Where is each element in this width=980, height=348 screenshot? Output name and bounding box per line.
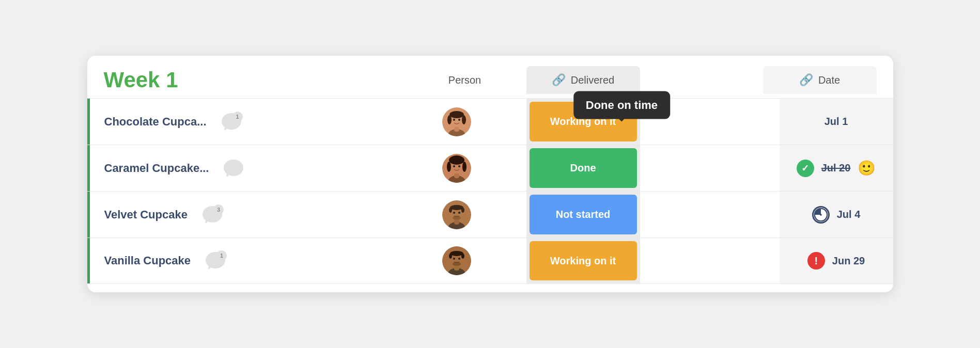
date-text: Jul 4 [837,209,861,220]
svg-point-32 [820,214,822,216]
svg-point-29 [458,212,460,214]
svg-point-17 [462,162,466,172]
date-cell: ! Jun 29 [780,238,893,283]
svg-point-25 [450,205,463,210]
row-name-cell: Chocolate Cupca... 1 [87,99,387,145]
error-icon: ! [807,252,825,270]
col-person-header: Person [403,74,526,86]
chat-bubble[interactable] [222,157,245,180]
svg-rect-13 [454,173,459,178]
status-cell: Done [526,145,640,191]
row-name-cell: Velvet Cupcake 3 [87,192,387,238]
date-cell: ✓ Jul 20 🙂 [780,145,893,191]
table-row: Vanilla Cupcake 1 [87,238,893,284]
avatar [442,200,471,229]
header-row: Week 1 Person 🔗 Delivered 🔗 Date [87,56,893,98]
svg-rect-3 [454,126,459,132]
col-date-label: Date [818,74,840,86]
tooltip-box: Done on time [573,91,670,119]
chat-bubble[interactable]: 3 [201,203,224,226]
svg-point-5 [449,111,464,118]
clock-icon [812,206,830,224]
svg-rect-23 [454,219,459,225]
status-cell: Working on it [526,238,640,283]
status-button[interactable]: Done [530,148,637,188]
col-delivered-label: Delivered [571,74,614,86]
svg-point-8 [453,119,455,121]
svg-point-28 [453,212,455,214]
avatar [442,246,471,275]
date-text: Jun 29 [832,255,865,267]
status-button[interactable]: Not started [530,195,637,234]
date-text: Jul 1 [825,116,848,128]
rows-container: Chocolate Cupca... 1 [87,98,893,292]
svg-point-7 [462,115,466,124]
status-button[interactable]: Working on it [530,241,637,280]
person-cell [387,145,526,191]
date-link-icon: 🔗 [799,73,813,87]
week-title: Week 1 [104,68,403,92]
svg-point-18 [453,165,455,167]
svg-point-40 [461,254,464,259]
svg-point-43 [453,262,461,266]
svg-point-6 [447,115,452,124]
chat-icon [222,157,245,180]
svg-point-27 [461,208,464,213]
svg-rect-36 [454,265,459,271]
svg-point-38 [450,251,463,256]
chat-bubble[interactable]: 1 [220,110,243,133]
tooltip-container: Done on time [573,91,670,119]
date-cell: Jul 1 [780,99,893,145]
col-date-header: 🔗 Date [763,66,877,94]
status-cell: Not started [526,192,640,238]
person-cell [387,238,526,283]
table-row: Chocolate Cupca... 1 [87,98,893,145]
svg-point-10 [224,160,243,176]
svg-point-9 [458,119,460,121]
date-cell: Jul 4 [780,192,893,238]
svg-point-41 [453,258,455,260]
svg-point-30 [453,216,461,220]
row-name-cell: Caramel Cupcake... [87,145,387,191]
col-person-label: Person [448,74,481,86]
person-cell [387,99,526,145]
row-name: Vanilla Cupcake [104,254,191,267]
row-name: Chocolate Cupca... [104,115,207,129]
avatar [442,154,471,183]
date-text: Jul 20 [821,162,851,174]
chat-badge: 1 [216,250,227,261]
svg-point-16 [447,162,451,172]
table-row: Velvet Cupcake 3 [87,191,893,238]
smiley-icon: 🙂 [858,160,876,177]
chat-badge: 3 [213,204,224,215]
chat-bubble[interactable]: 1 [204,249,227,272]
row-name: Velvet Cupcake [104,208,188,222]
row-name: Caramel Cupcake... [104,162,209,175]
person-cell [387,192,526,238]
svg-point-39 [449,254,452,259]
check-circle-icon: ✓ [797,160,814,177]
col-delivered-header: 🔗 Delivered [526,66,640,94]
svg-point-42 [458,258,460,260]
delivered-link-icon: 🔗 [552,73,566,87]
svg-point-19 [458,165,460,167]
svg-point-15 [449,155,464,165]
chat-badge: 1 [232,112,243,122]
table-row: Caramel Cupcake... [87,145,893,191]
row-name-cell: Vanilla Cupcake 1 [87,238,387,283]
avatar [442,107,471,136]
main-card: Week 1 Person 🔗 Delivered 🔗 Date Chocola… [87,56,893,292]
status-cell: Working on it Done on time [526,99,640,145]
svg-point-26 [449,208,452,213]
